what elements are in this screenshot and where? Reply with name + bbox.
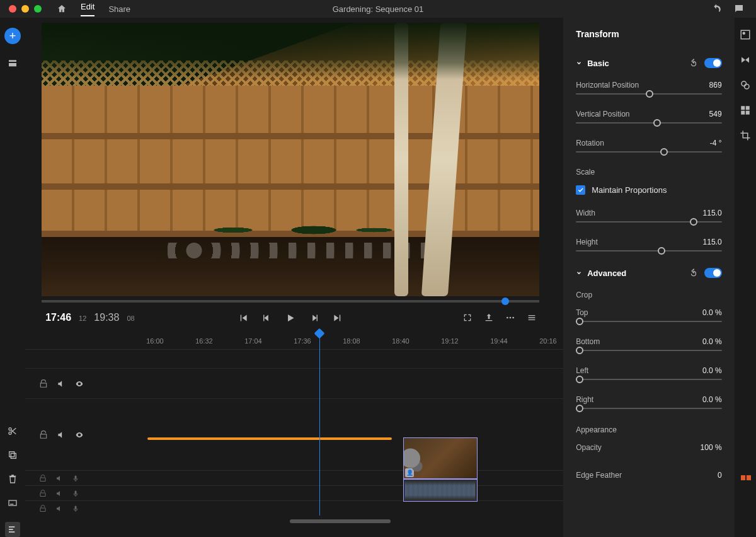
add-media-button[interactable]: +: [4, 28, 21, 44]
current-timecode: 17:46: [45, 312, 71, 323]
timeline-options-icon[interactable]: [5, 522, 20, 537]
nav-share[interactable]: Share: [108, 4, 130, 14]
go-to-start-icon[interactable]: [238, 313, 249, 323]
playhead[interactable]: [319, 330, 320, 516]
ruler-tick: 16:32: [195, 337, 213, 345]
play-icon[interactable]: [285, 312, 297, 324]
rotation-slider[interactable]: [576, 151, 721, 153]
basic-enable-toggle[interactable]: [704, 58, 722, 68]
export-frame-icon[interactable]: [484, 313, 494, 323]
section-advanced-toggle[interactable]: Advanced: [576, 268, 626, 278]
visibility-icon[interactable]: [74, 379, 84, 388]
svg-rect-7: [10, 504, 13, 504]
rotation-label: Rotation: [576, 139, 604, 147]
mute-icon[interactable]: [57, 430, 66, 439]
hpos-slider[interactable]: [576, 93, 721, 95]
scrollbar-thumb[interactable]: [290, 519, 391, 523]
svg-rect-1: [9, 63, 16, 66]
track-v2: [25, 368, 563, 398]
maintain-proportions-checkbox[interactable]: Maintain Proportions: [576, 185, 721, 195]
crop-panel-icon[interactable]: [740, 130, 751, 141]
ruler-tick: 18:40: [392, 337, 410, 345]
fullscreen-icon[interactable]: [462, 313, 472, 323]
ruler-tick: 19:12: [441, 337, 459, 345]
mute-icon[interactable]: [55, 505, 63, 512]
appearance-heading: Appearance: [576, 425, 721, 434]
crop-bottom-slider[interactable]: [576, 350, 721, 351]
width-label: Width: [576, 209, 595, 217]
svg-rect-13: [75, 505, 77, 509]
color-panel-icon[interactable]: [740, 29, 751, 40]
svg-rect-19: [746, 106, 750, 110]
vpos-slider[interactable]: [576, 122, 721, 124]
scissors-icon[interactable]: [8, 426, 18, 436]
lock-icon[interactable]: [39, 505, 47, 512]
lock-icon[interactable]: [39, 430, 48, 439]
maximize-window-button[interactable]: [34, 5, 42, 13]
timeline-ruler[interactable]: 16:00 16:32 17:04 17:36 18:08 18:40 19:1…: [58, 333, 556, 349]
titles-icon[interactable]: [8, 498, 18, 508]
section-basic-toggle[interactable]: Basic: [576, 59, 609, 68]
svg-rect-11: [75, 475, 77, 479]
microphone-icon[interactable]: [72, 475, 79, 482]
hpos-label: Horizontal Position: [576, 81, 639, 90]
advanced-enable-toggle[interactable]: [704, 268, 722, 278]
grid-panel-icon[interactable]: [740, 105, 751, 116]
mute-icon[interactable]: [57, 379, 66, 388]
timeline-clip-selected[interactable]: [147, 437, 392, 440]
crop-top-value: 0.0 %: [702, 308, 722, 317]
reset-icon[interactable]: [689, 59, 698, 67]
mute-icon[interactable]: [55, 490, 63, 497]
timeline-clip[interactable]: 👤: [403, 437, 478, 502]
comment-icon[interactable]: [733, 3, 745, 14]
nav-edit[interactable]: Edit: [81, 2, 94, 16]
project-panel-icon[interactable]: [8, 58, 18, 68]
minimize-window-button[interactable]: [21, 5, 29, 13]
lock-icon[interactable]: [39, 490, 47, 497]
clip-badge-icon: 👤: [405, 468, 414, 477]
timeline-scrollbar[interactable]: [145, 519, 563, 529]
panel-menu-icon[interactable]: [527, 313, 537, 323]
duplicate-icon[interactable]: [8, 450, 18, 460]
step-forward-icon[interactable]: [309, 313, 320, 323]
edge-feather-label: Edge Feather: [576, 471, 622, 480]
svg-rect-20: [741, 111, 745, 115]
visibility-icon[interactable]: [74, 430, 84, 439]
home-icon[interactable]: [57, 4, 67, 14]
ruler-tick: 20:16: [539, 337, 557, 345]
right-toolbar: [735, 18, 756, 537]
mute-icon[interactable]: [55, 475, 63, 482]
ruler-tick: 16:00: [146, 337, 164, 345]
close-window-button[interactable]: [9, 5, 16, 13]
trash-icon[interactable]: [8, 474, 18, 484]
lock-icon[interactable]: [39, 475, 47, 482]
lock-icon[interactable]: [39, 379, 48, 388]
step-back-icon[interactable]: [261, 313, 272, 323]
duration-timecode: 19:38: [94, 312, 119, 323]
go-to-end-icon[interactable]: [333, 313, 343, 323]
effects-panel-icon[interactable]: [740, 79, 751, 91]
track-v1: 👤: [25, 398, 563, 470]
svg-point-8: [507, 317, 508, 319]
chevron-down-icon: [576, 60, 582, 66]
crop-bottom-value: 0.0 %: [702, 337, 722, 346]
top-nav: Edit Share: [57, 2, 130, 16]
crop-top-slider[interactable]: [576, 321, 721, 322]
edge-feather-value: 0: [718, 471, 722, 480]
video-preview[interactable]: [42, 23, 539, 296]
height-slider[interactable]: [576, 250, 721, 251]
microphone-icon[interactable]: [72, 490, 79, 497]
chevron-down-icon: [576, 270, 582, 276]
microphone-icon[interactable]: [72, 505, 79, 512]
crop-bottom-label: Bottom: [576, 337, 600, 346]
width-slider[interactable]: [576, 221, 721, 222]
crop-right-slider[interactable]: [576, 408, 721, 409]
svg-rect-4: [9, 452, 14, 457]
more-options-icon[interactable]: [505, 313, 515, 323]
track-a3: [25, 500, 563, 516]
ruler-tick: 17:04: [244, 337, 262, 345]
crop-left-slider[interactable]: [576, 379, 721, 380]
undo-icon[interactable]: [711, 3, 722, 14]
audio-panel-icon[interactable]: [740, 54, 751, 66]
reset-icon[interactable]: [689, 268, 698, 277]
